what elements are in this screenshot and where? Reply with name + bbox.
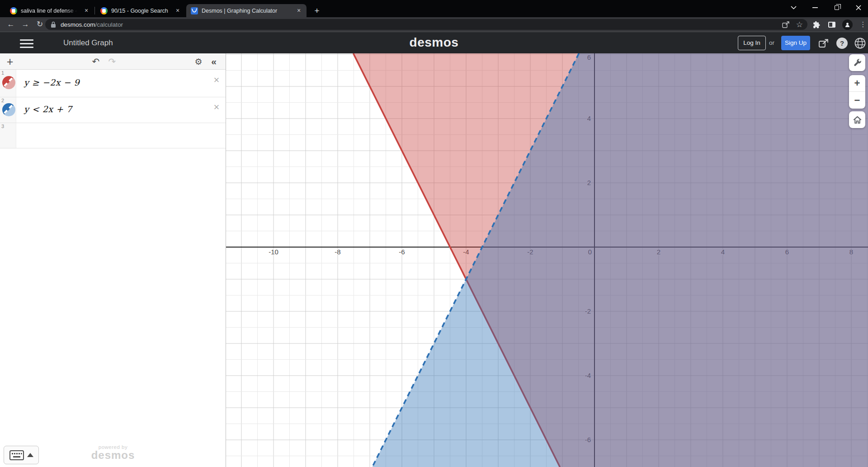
- google-favicon-icon: [100, 7, 108, 14]
- zoom-out-button[interactable]: −: [849, 92, 865, 109]
- window-chevron-icon[interactable]: [784, 0, 803, 15]
- extensions-puzzle-icon[interactable]: [811, 19, 822, 30]
- bookmark-star-icon[interactable]: ☆: [796, 20, 803, 29]
- hamburger-menu-icon[interactable]: [20, 39, 33, 48]
- expression-row-3-empty[interactable]: 3: [0, 123, 226, 148]
- tab-9015[interactable]: 90/15 - Google Search ×: [96, 4, 185, 17]
- expression-panel: + ↶ ↷ ⚙ « 1 y ≥ −2x − 9 × 2 y < 2x + 7 ×…: [0, 53, 226, 467]
- login-button[interactable]: Log In: [738, 36, 766, 50]
- tab-desmos-active[interactable]: Desmos | Graphing Calculator ×: [186, 4, 307, 17]
- inequality-style-circle-red[interactable]: [2, 76, 15, 89]
- tab-close-icon[interactable]: ×: [82, 7, 90, 15]
- or-label: or: [769, 32, 774, 54]
- tab-title: Desmos | Graphing Calculator: [202, 8, 291, 14]
- row-gutter: 2: [0, 97, 16, 123]
- tab-divider: [94, 7, 95, 14]
- window-restore-button[interactable]: [827, 0, 846, 15]
- default-view-home-button[interactable]: [849, 111, 865, 128]
- export-share-icon[interactable]: [817, 37, 830, 49]
- signup-button[interactable]: Sign Up: [781, 36, 810, 50]
- add-expression-button[interactable]: +: [3, 53, 17, 70]
- expression-text[interactable]: y < 2x + 7: [24, 104, 72, 114]
- expression-toolbar: + ↶ ↷ ⚙ «: [0, 53, 226, 70]
- zoom-controls: + −: [849, 75, 865, 109]
- open-keyboard-caret-icon: [27, 453, 33, 457]
- tab-close-icon[interactable]: ×: [295, 7, 303, 15]
- url-text: desmos.com/calculator: [61, 21, 123, 28]
- back-icon[interactable]: ←: [5, 18, 17, 31]
- wrench-icon: [853, 58, 862, 67]
- share-icon[interactable]: [782, 21, 790, 28]
- expression-text[interactable]: y ≥ −2x − 9: [24, 77, 80, 87]
- window-close-button[interactable]: [849, 0, 868, 15]
- browser-menu-icon[interactable]: ⋮: [857, 19, 868, 30]
- window-minimize-button[interactable]: [806, 0, 825, 15]
- keyboard-icon: [9, 450, 24, 460]
- new-tab-button[interactable]: +: [311, 5, 323, 17]
- row-number: 2: [1, 98, 4, 103]
- desmos-favicon-icon: [191, 7, 198, 14]
- lock-icon: [51, 21, 56, 28]
- axis-tick-label: -6: [399, 248, 405, 256]
- graph-canvas[interactable]: -10-8-6-4-202468642-2-4-6: [226, 53, 868, 467]
- desmos-logo: desmos: [410, 32, 459, 54]
- graph-region[interactable]: -10-8-6-4-202468642-2-4-6: [226, 53, 868, 467]
- reload-icon[interactable]: ↻: [33, 18, 46, 31]
- redo-icon[interactable]: ↷: [105, 53, 119, 70]
- inequality-style-circle-blue[interactable]: [2, 103, 15, 116]
- home-icon: [853, 116, 862, 124]
- remove-expression-icon[interactable]: ×: [211, 75, 222, 86]
- expression-row-1[interactable]: 1 y ≥ −2x − 9 ×: [0, 70, 226, 97]
- undo-icon[interactable]: ↶: [89, 53, 103, 70]
- axis-tick-label: -8: [335, 248, 340, 256]
- row-gutter: 1: [0, 70, 16, 97]
- row-number: 1: [1, 70, 4, 76]
- tab-saliva[interactable]: saliva line of defense - Google Se ×: [5, 4, 94, 17]
- collapse-panel-icon[interactable]: «: [207, 53, 221, 70]
- remove-expression-icon[interactable]: ×: [211, 102, 222, 113]
- tab-strip: saliva line of defense - Google Se × 90/…: [0, 0, 868, 17]
- tab-close-icon[interactable]: ×: [174, 7, 182, 15]
- side-panel-icon[interactable]: [826, 19, 838, 30]
- expression-row-2[interactable]: 2 y < 2x + 7 ×: [0, 97, 226, 123]
- row-number: 3: [1, 124, 4, 129]
- tab-title: 90/15 - Google Search: [111, 8, 170, 14]
- desmos-header: Untitled Graph desmos Log In or Sign Up …: [0, 32, 868, 53]
- address-bar[interactable]: desmos.com/calculator ☆: [45, 19, 807, 30]
- row-gutter: 3: [0, 123, 16, 148]
- forward-icon[interactable]: →: [19, 18, 32, 31]
- google-favicon-icon: [10, 7, 17, 14]
- show-keyboard-button[interactable]: [4, 446, 39, 464]
- help-icon[interactable]: ?: [836, 37, 848, 49]
- zoom-in-button[interactable]: +: [849, 75, 865, 92]
- browser-toolbar: ← → ↻ desmos.com/calculator ☆ ⋮: [0, 17, 868, 32]
- graph-title[interactable]: Untitled Graph: [63, 32, 113, 54]
- graph-settings-gear-icon[interactable]: ⚙: [192, 53, 205, 70]
- graph-settings-wrench-button[interactable]: [849, 54, 865, 71]
- tab-title: saliva line of defense - Google Se: [21, 8, 79, 14]
- profile-avatar[interactable]: [841, 19, 853, 30]
- language-globe-icon[interactable]: [854, 37, 866, 49]
- axis-tick-label: -10: [269, 248, 278, 256]
